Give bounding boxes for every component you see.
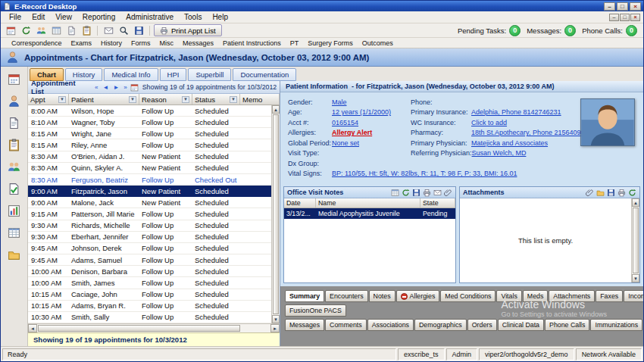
- field-value-link[interactable]: BP: 110/55, Ht: 5ft, W: 82lbs, R: 11, T:…: [332, 170, 517, 177]
- mdi-minimize-icon[interactable]: –: [609, 14, 619, 21]
- forms-menu-item[interactable]: Outcomes: [358, 39, 398, 47]
- column-header-status[interactable]: Status▼: [192, 94, 240, 105]
- bottom-tab[interactable]: Immunizations: [590, 319, 642, 331]
- counter[interactable]: Pending Tasks: 0: [458, 25, 521, 36]
- notes-grid-icon[interactable]: [391, 189, 399, 197]
- appointment-row[interactable]: 8:00 AM Wilson, Hope Follow Up Scheduled: [28, 105, 271, 117]
- appointment-row[interactable]: 8:10 AM Wagner, Toby Follow Up Scheduled: [28, 117, 271, 128]
- sidebar-grid-icon[interactable]: [5, 226, 23, 240]
- forms-menu-item[interactable]: Correspondence: [7, 39, 67, 47]
- sidebar-tasks-icon[interactable]: [5, 182, 23, 196]
- appt-calendar-icon[interactable]: [130, 83, 139, 92]
- prev-page-icon[interactable]: ◄: [101, 84, 110, 91]
- appointment-row[interactable]: 10:15 AM Adams, Bryan R. Follow Up Sched…: [28, 301, 271, 312]
- bottom-tab[interactable]: Demographics: [414, 319, 467, 331]
- menu-item[interactable]: Help: [207, 12, 233, 22]
- notes-mail-icon[interactable]: [433, 189, 442, 197]
- bottom-tab[interactable]: Associations: [367, 319, 414, 331]
- chart-tab[interactable]: Medical Info: [104, 68, 158, 81]
- appointment-row[interactable]: 8:15 AM Wright, Jane Follow Up Scheduled: [28, 128, 271, 139]
- field-value-link[interactable]: 12 years (1/1/2000): [332, 108, 391, 116]
- bottom-tab[interactable]: Allergies: [396, 290, 440, 302]
- sidebar-reports-icon[interactable]: [5, 204, 23, 218]
- bottom-tab[interactable]: Faxes: [596, 290, 623, 302]
- notes-attach-icon[interactable]: [444, 189, 452, 197]
- filter-dropdown-icon[interactable]: ▼: [58, 96, 66, 103]
- bottom-tab[interactable]: Clinical Data: [498, 319, 544, 331]
- notes-column-state[interactable]: State: [420, 198, 455, 208]
- filter-dropdown-icon[interactable]: ▼: [129, 96, 136, 103]
- mdi-close-icon[interactable]: ×: [630, 14, 640, 21]
- menu-item[interactable]: Reporting: [77, 12, 120, 22]
- column-header-memo[interactable]: Memo: [240, 94, 280, 105]
- bottom-tab[interactable]: FusionOne PACS: [285, 304, 346, 317]
- patients-icon[interactable]: [34, 24, 48, 36]
- mdi-restore-icon[interactable]: □: [620, 14, 630, 21]
- bottom-tab[interactable]: Attachments: [549, 290, 595, 302]
- forms-menu-item[interactable]: Patient Instructions: [218, 39, 286, 47]
- column-header-appt[interactable]: Appt▼: [28, 94, 69, 105]
- attachments-folder-icon[interactable]: [596, 189, 605, 197]
- column-header-patient[interactable]: Patient▼: [69, 94, 139, 105]
- field-value-link[interactable]: Male: [332, 98, 347, 106]
- bottom-tab[interactable]: Med Conditions: [440, 290, 496, 302]
- attachments-scrollbar[interactable]: ▲ ▼: [631, 198, 639, 282]
- menu-item[interactable]: Edit: [27, 12, 50, 22]
- appointment-row[interactable]: 9:45 AM Adams, Samuel Follow Up Schedule…: [28, 254, 271, 266]
- appointment-row[interactable]: 10:30 AM Smith, Sally Follow Up Schedule…: [28, 312, 271, 323]
- filter-dropdown-icon[interactable]: ▼: [182, 96, 189, 103]
- appointment-row[interactable]: 8:30 AM Ferguson, Beatriz Follow Up Chec…: [28, 174, 271, 186]
- scrollbar-thumb[interactable]: [633, 208, 639, 273]
- forms-menu-item[interactable]: Exams: [67, 39, 97, 47]
- bottom-tab[interactable]: Comments: [325, 319, 367, 331]
- scrollbar-thumb[interactable]: [273, 114, 279, 314]
- close-icon[interactable]: ×: [630, 2, 641, 11]
- print-appt-list-button[interactable]: Print Appt List: [154, 24, 222, 36]
- sidebar-document-icon[interactable]: [5, 116, 23, 130]
- field-value-link[interactable]: Adelphia, Phone 8142746231: [471, 108, 561, 116]
- notes-column-date[interactable]: Date: [284, 198, 316, 208]
- appointment-row[interactable]: 9:00 AM Malone, Jack New Patient Schedul…: [28, 197, 271, 208]
- appointment-row[interactable]: 8:15 AM Riley, Anne Follow Up Scheduled: [28, 139, 271, 151]
- menu-item[interactable]: Administrative: [120, 12, 179, 22]
- field-value-link[interactable]: Matejicka and Associates: [471, 139, 548, 147]
- refresh-icon[interactable]: [19, 24, 33, 36]
- menu-item[interactable]: File: [4, 12, 27, 22]
- counter[interactable]: Phone Calls: 0: [582, 25, 637, 36]
- forms-menu-item[interactable]: Messages: [178, 39, 218, 47]
- field-value-link[interactable]: Allergy Alert: [332, 129, 372, 136]
- bottom-tab[interactable]: Vitals: [496, 290, 521, 302]
- appointment-row[interactable]: 9:15 AM Patterson, Jill Marie Follow Up …: [28, 208, 271, 220]
- field-value-link[interactable]: None set: [332, 139, 359, 147]
- minimize-icon[interactable]: –: [604, 2, 615, 11]
- schedule-grid-icon[interactable]: [49, 24, 63, 36]
- appointment-row[interactable]: 8:30 AM O'Brien, Aidan J. New Patient Sc…: [28, 151, 271, 163]
- calendar-icon[interactable]: [4, 24, 17, 36]
- appointment-row[interactable]: 9:30 AM Richards, Michelle Follow Up Sch…: [28, 220, 271, 232]
- field-value-link[interactable]: 18th St.Apothecary, Phone 215640900: [471, 129, 588, 136]
- search-icon[interactable]: [117, 24, 130, 36]
- filter-dropdown-icon[interactable]: ▼: [230, 96, 237, 103]
- appointment-row[interactable]: 9:00 AM Fitzpatrick, Jason New Patient S…: [28, 186, 271, 197]
- attachments-attach-icon[interactable]: [586, 189, 594, 197]
- sidebar-patients-icon[interactable]: [5, 160, 23, 174]
- notes-refresh-icon[interactable]: [402, 189, 410, 197]
- scrollbar-thumb[interactable]: [38, 325, 240, 332]
- bottom-tab[interactable]: Meds: [523, 290, 549, 302]
- sidebar-clipboard-icon[interactable]: [5, 138, 23, 152]
- scroll-left-icon[interactable]: ◄: [28, 324, 37, 332]
- column-header-reason[interactable]: Reason▼: [139, 94, 192, 105]
- save-icon[interactable]: [132, 24, 145, 36]
- mail-icon[interactable]: [102, 24, 115, 36]
- counter[interactable]: Messages: 0: [527, 25, 576, 36]
- field-value-link[interactable]: Susan Welch, MD: [472, 149, 527, 157]
- attachments-refresh-icon[interactable]: [628, 189, 636, 197]
- scroll-up-icon[interactable]: ▲: [272, 105, 280, 114]
- scroll-down-icon[interactable]: ▼: [632, 274, 639, 282]
- clipboard-icon[interactable]: [80, 24, 93, 36]
- sidebar-calendar-icon[interactable]: [5, 72, 23, 86]
- chart-tab[interactable]: Superbill: [188, 68, 231, 81]
- bottom-tab[interactable]: Encounters: [325, 290, 368, 302]
- chart-tab[interactable]: HPI: [160, 68, 187, 81]
- appointment-row[interactable]: 10:00 AM Smith, James Follow Up Schedule…: [28, 277, 271, 289]
